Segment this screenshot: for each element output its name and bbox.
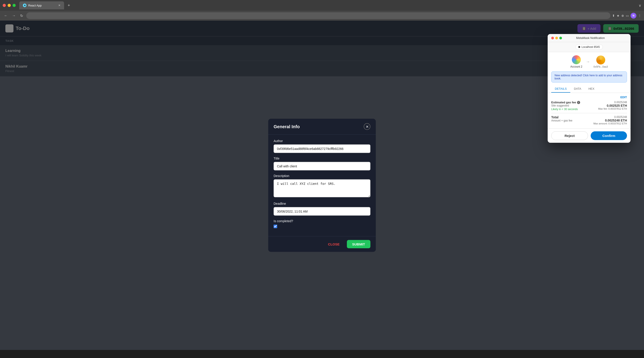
mm-from-account-name: Account 2 — [570, 65, 582, 68]
nav-actions: ⬆ ★ ⊕ ▭ N ⋮ — [612, 13, 641, 18]
mm-title: MetaMask Notification — [565, 36, 616, 40]
mm-tab-hex[interactable]: HEX — [585, 85, 598, 93]
modal-header: General Info ✕ — [268, 119, 376, 135]
metamask-panel: MetaMask Notification Localhost 8545 Acc… — [548, 34, 630, 143]
tab-title: React App — [28, 4, 42, 7]
mm-amount-gas-label: Amount + gas fee — [551, 119, 572, 122]
window-minimize-button[interactable] — [8, 4, 11, 7]
mm-site-suggested: Site suggested — [551, 104, 580, 107]
modal-body: Author Title Description I will call XYZ… — [268, 135, 376, 236]
mm-total-small: 0.0025248 — [593, 115, 627, 119]
mm-window-controls — [551, 37, 562, 39]
browser-titlebar: ⚛ React App ✕ + ∨ — [0, 0, 644, 11]
nav-refresh-button[interactable]: ↻ — [19, 13, 24, 19]
nav-forward-button[interactable]: → — [11, 13, 17, 18]
browser-chrome: ⚛ React App ✕ + ∨ ← → ↻ localhost:3000 ⬆… — [0, 0, 644, 20]
mm-network-dot — [578, 46, 580, 48]
sidebar-icon[interactable]: ▭ — [626, 14, 629, 17]
browser-tab[interactable]: ⚛ React App ✕ — [19, 1, 64, 9]
browser-collapse-button[interactable]: ∨ — [638, 3, 641, 7]
mm-maximize-icon[interactable] — [559, 37, 562, 39]
title-label: Title — [274, 157, 370, 160]
nav-back-button[interactable]: ← — [3, 13, 9, 18]
author-label: Author — [274, 139, 370, 143]
general-info-modal: General Info ✕ Author Title Description … — [268, 119, 376, 252]
mm-network-bar: Localhost 8545 — [548, 42, 630, 52]
mm-from-account: Account 2 — [570, 55, 582, 68]
mm-arrow-icon: → — [586, 59, 590, 64]
mm-divider — [551, 113, 627, 113]
mm-gas-fee-small: 0.0025248 — [598, 101, 627, 104]
menu-icon[interactable]: ⋮ — [638, 14, 641, 17]
window-controls — [3, 4, 16, 7]
title-field: Title — [274, 157, 370, 171]
modal-submit-button[interactable]: SUBMIT — [347, 240, 370, 248]
modal-close-icon-button[interactable]: ✕ — [364, 123, 370, 130]
deadline-field: Deadline — [274, 202, 370, 216]
description-label: Description — [274, 174, 370, 178]
mm-titlebar: MetaMask Notification — [548, 34, 630, 42]
deadline-input[interactable] — [274, 207, 370, 216]
author-input[interactable] — [274, 145, 370, 153]
mm-total-row: Total Amount + gas fee 0.0025248 0.00252… — [551, 115, 627, 125]
mm-to-account-addr: 0x5Fb...0aa3 — [594, 65, 608, 68]
completed-checkbox[interactable] — [274, 225, 277, 228]
mm-content: EDIT Estimated gas fee i Site suggested … — [548, 93, 630, 128]
mm-from-avatar — [572, 55, 581, 64]
browser-navbar: ← → ↻ localhost:3000 ⬆ ★ ⊕ ▭ N ⋮ — [0, 11, 644, 20]
mm-gas-fee-values: 0.0025248 0.002525 ETH Max fee: 0.003378… — [598, 101, 627, 110]
mm-confirm-button[interactable]: Confirm — [591, 131, 627, 140]
mm-max-fee: Max fee: 0.00337812 ETH — [598, 107, 627, 110]
mm-total-values: 0.0025248 0.0025248 ETH Max amount: 0.00… — [593, 115, 627, 125]
user-avatar[interactable]: N — [630, 13, 636, 18]
mm-gas-fee-left: Estimated gas fee i Site suggested Likel… — [551, 101, 580, 111]
mm-reject-button[interactable]: Reject — [551, 131, 588, 140]
mm-to-avatar — [596, 55, 605, 64]
mm-info-icon[interactable]: i — [577, 101, 580, 104]
mm-notice[interactable]: New address detected! Click here to add … — [551, 71, 627, 83]
deadline-label: Deadline — [274, 202, 370, 205]
modal-title: General Info — [274, 124, 300, 129]
is-completed-field: Is completed? — [274, 219, 370, 228]
checkbox-row — [274, 225, 370, 228]
modal-close-button[interactable]: CLOSE — [324, 240, 344, 248]
address-bar[interactable]: localhost:3000 — [26, 12, 610, 19]
mm-tab-data[interactable]: DATA — [570, 85, 585, 93]
title-input[interactable] — [274, 162, 370, 171]
mm-likely-label: Likely in < 30 seconds — [551, 108, 580, 111]
author-field: Author — [274, 139, 370, 153]
mm-max-amount: Max amount: 0.00337812 ETH — [593, 122, 627, 125]
mm-edit-row: EDIT — [551, 96, 627, 99]
modal-footer: CLOSE SUBMIT — [268, 236, 376, 252]
description-field: Description I will call XYZ client for S… — [274, 174, 370, 198]
bookmark-icon[interactable]: ★ — [617, 14, 620, 17]
mm-accounts-row: Account 2 → 0x5Fb...0aa3 — [548, 52, 630, 71]
mm-footer: Reject Confirm — [548, 128, 630, 143]
mm-gas-fee-large: 0.002525 ETH — [598, 104, 627, 107]
mm-close-icon[interactable] — [551, 37, 554, 39]
mm-total-left: Total Amount + gas fee — [551, 115, 572, 122]
app-content: ✓ To-Do 📋 + Add 📋 0xf39...92266 TASK DEA… — [0, 20, 644, 350]
mm-tab-details[interactable]: DETAILS — [551, 85, 570, 93]
mm-minimize-icon[interactable] — [555, 37, 558, 39]
description-textarea[interactable]: I will call XYZ client for SRS. — [274, 179, 370, 197]
mm-network-label: Localhost 8545 — [582, 45, 600, 48]
new-tab-button[interactable]: + — [66, 2, 72, 9]
window-close-button[interactable] — [3, 4, 6, 7]
is-completed-label: Is completed? — [274, 219, 370, 223]
share-icon[interactable]: ⬆ — [612, 14, 615, 17]
mm-gas-fee-label: Estimated gas fee i — [551, 101, 580, 104]
mm-tabs: DETAILS DATA HEX — [548, 85, 630, 93]
tab-favicon-icon: ⚛ — [23, 3, 26, 7]
mm-edit-button[interactable]: EDIT — [620, 96, 627, 99]
tab-close-icon[interactable]: ✕ — [58, 4, 60, 7]
mm-gas-fee-row: Estimated gas fee i Site suggested Likel… — [551, 101, 627, 111]
window-maximize-button[interactable] — [12, 4, 16, 7]
mm-total-label: Total — [551, 115, 572, 119]
mm-total-large: 0.0025248 ETH — [593, 119, 627, 122]
extensions-icon[interactable]: ⊕ — [621, 14, 624, 17]
mm-network-badge: Localhost 8545 — [576, 44, 602, 50]
mm-to-account: 0x5Fb...0aa3 — [594, 55, 608, 68]
